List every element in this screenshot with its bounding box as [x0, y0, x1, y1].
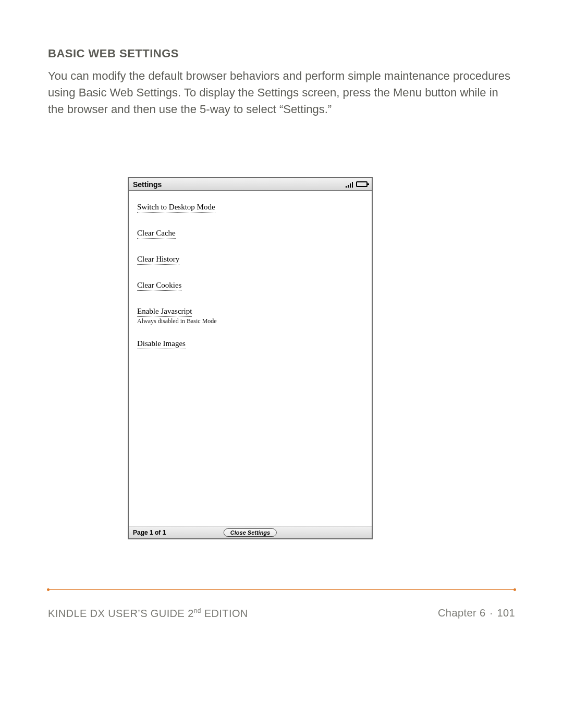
battery-icon [356, 181, 368, 187]
device-header-title: Settings [133, 180, 162, 189]
section-heading: BASIC WEB SETTINGS [48, 47, 515, 60]
kindle-settings-screenshot: Settings Switch to Desktop Mode Clear Ca… [128, 177, 373, 539]
page-content: BASIC WEB SETTINGS You can modify the de… [48, 47, 515, 118]
menu-clear-cookies[interactable]: Clear Cookies [137, 281, 181, 291]
menu-clear-cache[interactable]: Clear Cache [137, 229, 176, 239]
footer-guide-prefix: KINDLE DX USER’S GUIDE 2 [48, 608, 194, 619]
device-status-area [346, 181, 368, 188]
footer-divider [48, 589, 515, 590]
device-header: Settings [129, 178, 372, 191]
close-settings-button[interactable]: Close Settings [224, 528, 277, 537]
device-body: Switch to Desktop Mode Clear Cache Clear… [129, 191, 372, 359]
footer-guide-sup: nd [194, 607, 201, 614]
device-footer: Page 1 of 1 Close Settings [129, 526, 372, 538]
section-body: You can modify the default browser behav… [48, 68, 515, 118]
menu-enable-javascript[interactable]: Enable Javascript [137, 307, 192, 317]
menu-clear-history[interactable]: Clear History [137, 255, 179, 265]
signal-icon [346, 181, 353, 188]
page-indicator: Page 1 of 1 [133, 529, 166, 536]
footer-separator: · [485, 607, 497, 619]
footer-page-number: 101 [497, 607, 515, 619]
footer-chapter-page: Chapter 6·101 [438, 607, 515, 620]
document-footer: KINDLE DX USER’S GUIDE 2nd EDITION Chapt… [48, 607, 515, 620]
menu-disable-images[interactable]: Disable Images [137, 340, 186, 349]
footer-guide-suffix: EDITION [201, 608, 248, 619]
menu-enable-javascript-sub: Always disabled in Basic Mode [137, 318, 363, 324]
footer-chapter-label: Chapter 6 [438, 607, 485, 619]
menu-switch-mode[interactable]: Switch to Desktop Mode [137, 203, 215, 213]
footer-guide-title: KINDLE DX USER’S GUIDE 2nd EDITION [48, 607, 248, 620]
